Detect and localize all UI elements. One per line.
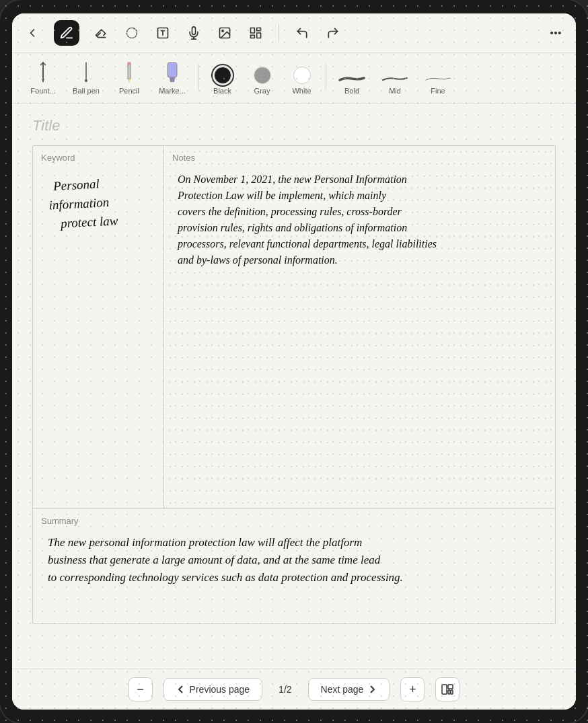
color-white-item[interactable]: White [283, 64, 320, 98]
cornell-top-section: Keyword Personal information protect law [33, 146, 555, 509]
layout-button[interactable] [246, 24, 265, 42]
svg-text:to corresponding technology se: to corresponding technology services suc… [48, 571, 403, 584]
svg-rect-9 [251, 35, 255, 38]
fountain-pen-item[interactable]: Fount... [23, 57, 63, 98]
svg-point-11 [555, 32, 557, 34]
text-button[interactable] [153, 24, 172, 42]
keyword-handwriting[interactable]: Personal information protect law [41, 168, 155, 252]
stroke-mid-item[interactable]: Mid [375, 72, 415, 98]
zoom-out-button[interactable]: − [128, 677, 153, 701]
svg-rect-6 [251, 28, 255, 34]
main-toolbar [12, 13, 576, 53]
mic-button[interactable] [184, 24, 203, 42]
next-page-label: Next page [321, 684, 364, 695]
svg-text:The new personal information p: The new personal information protection … [48, 536, 362, 549]
pen-color-separator [198, 64, 198, 91]
svg-text:information: information [48, 195, 110, 213]
pencil-label: Pencil [119, 87, 139, 95]
image-button[interactable] [215, 24, 234, 42]
stroke-fine-item[interactable]: Fine [418, 72, 458, 98]
add-page-icon: + [409, 683, 416, 697]
svg-point-0 [127, 28, 137, 38]
notes-header: Notes [172, 153, 547, 163]
ball-pen-item[interactable]: Ball pen [66, 57, 106, 98]
svg-text:provision rules, rights and ob: provision rules, rights and obligations … [177, 222, 407, 234]
svg-text:protect law: protect law [59, 213, 119, 231]
back-button[interactable] [23, 24, 42, 42]
stroke-fine-label: Fine [431, 87, 445, 95]
svg-point-10 [551, 32, 553, 34]
prev-page-icon [176, 685, 186, 694]
page-title: Title [32, 117, 556, 135]
svg-rect-8 [257, 33, 261, 38]
svg-point-12 [559, 32, 561, 34]
color-white-circle [293, 67, 311, 84]
color-black-circle [214, 67, 231, 84]
summary-handwriting[interactable]: The new personal information protection … [41, 531, 547, 608]
content-area: Title Keyword Personal information pro [12, 104, 576, 669]
color-black-label: Black [213, 87, 231, 95]
svg-point-5 [222, 30, 224, 32]
keyword-header: Keyword [41, 153, 155, 163]
stroke-separator [326, 64, 326, 91]
svg-text:Protection Law will be impleme: Protection Law will be implement, which … [177, 190, 387, 202]
notes-handwriting[interactable]: On November 1, 2021, the new Personal In… [172, 168, 547, 393]
toolbar-separator-1 [279, 24, 279, 42]
color-gray-circle [254, 67, 271, 84]
view-mode-icon [441, 683, 454, 696]
svg-rect-33 [448, 690, 450, 694]
svg-text:processors, relevant functiona: processors, relevant functional departme… [177, 238, 437, 250]
svg-text:covers the definition, process: covers the definition, processing rules,… [178, 206, 402, 218]
svg-rect-34 [451, 690, 453, 694]
svg-text:On November 1, 2021, the new P: On November 1, 2021, the new Personal In… [178, 174, 407, 186]
pencil-item[interactable]: Pencil [109, 57, 149, 98]
summary-section: Summary The new personal information pro… [33, 509, 555, 623]
zoom-out-icon: − [137, 683, 144, 697]
color-black-item[interactable]: Black [204, 64, 241, 98]
stroke-mid-label: Mid [389, 87, 401, 95]
svg-rect-32 [448, 685, 453, 689]
pen-toolbar: Fount... Ball pen Pencil [12, 53, 576, 104]
page-indicator: 1/2 [273, 684, 297, 695]
svg-text:and by-laws of personal inform: and by-laws of personal information. [178, 254, 338, 266]
svg-rect-31 [442, 685, 447, 694]
fountain-pen-label: Fount... [30, 87, 55, 95]
color-white-label: White [292, 87, 311, 95]
svg-text:Personal: Personal [52, 177, 100, 194]
svg-text:business that generate a large: business that generate a large amount of… [48, 554, 381, 566]
ball-pen-label: Ball pen [73, 87, 100, 95]
pen-tool-button[interactable] [54, 20, 79, 46]
bottom-nav: − Previous page 1/2 Next page + [12, 669, 576, 710]
color-gray-label: Gray [254, 87, 270, 95]
keyword-column: Keyword Personal information protect law [33, 146, 164, 508]
cornell-table: Keyword Personal information protect law [32, 145, 556, 624]
lasso-button[interactable] [122, 24, 141, 42]
view-mode-button[interactable] [435, 677, 460, 701]
marker-label: Marke... [159, 87, 186, 95]
summary-header: Summary [41, 516, 547, 526]
more-button[interactable] [546, 24, 565, 42]
device: Fount... Ball pen Pencil [0, 0, 588, 723]
color-gray-item[interactable]: Gray [244, 64, 281, 98]
svg-rect-17 [128, 63, 131, 65]
prev-page-button[interactable]: Previous page [163, 678, 263, 701]
stroke-bold-item[interactable]: Bold [332, 72, 372, 98]
svg-rect-18 [168, 63, 177, 77]
notes-column: Notes On November 1, 2021, the new Perso… [164, 146, 555, 508]
screen: Fount... Ball pen Pencil [12, 13, 576, 710]
svg-rect-7 [257, 28, 261, 31]
stroke-bold-label: Bold [344, 87, 359, 95]
prev-page-label: Previous page [190, 684, 250, 695]
svg-point-15 [85, 79, 87, 82]
redo-button[interactable] [324, 24, 342, 42]
undo-button[interactable] [293, 24, 311, 42]
next-page-icon [367, 685, 377, 694]
next-page-button[interactable]: Next page [308, 678, 390, 701]
eraser-button[interactable] [91, 24, 110, 42]
add-page-button[interactable]: + [400, 677, 425, 701]
marker-item[interactable]: Marke... [152, 57, 192, 98]
